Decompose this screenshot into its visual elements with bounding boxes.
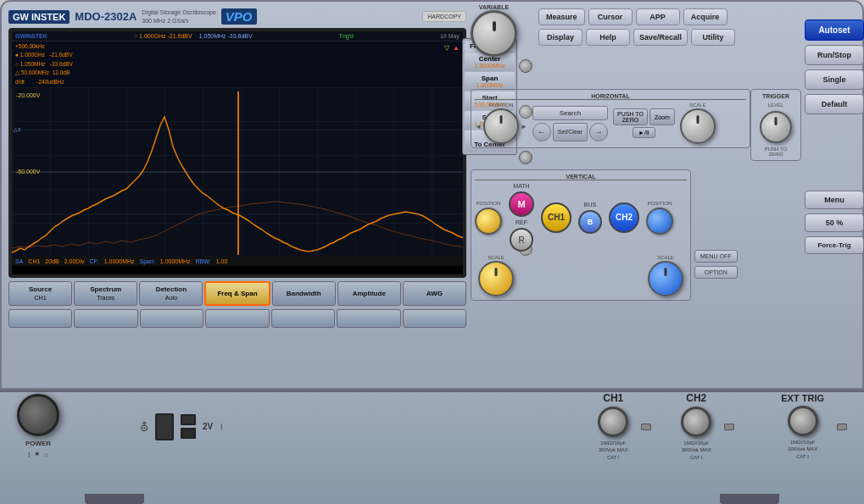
position-label: POSITION [489, 102, 514, 108]
math-button[interactable]: M [509, 191, 534, 217]
variable-section: VARIABLE [471, 4, 517, 57]
ground-terminal-ch2 [724, 424, 734, 430]
push-to-zero-left[interactable]: PUSH TOZERO [613, 108, 648, 125]
math-label: MATH [513, 183, 529, 189]
voltage-symbol: ⌇ [220, 423, 223, 431]
fn-btn-6[interactable] [337, 309, 400, 328]
save-recall-button[interactable]: Save/Recall [633, 29, 688, 46]
ext-ground [837, 424, 847, 430]
sd-port[interactable] [181, 414, 196, 425]
display-button[interactable]: Display [538, 29, 583, 46]
vertical-section: VERTICAL POSITION MATH M REF R CH1 [471, 169, 691, 301]
measurements-panel: +500.00kHz ● 1.000GHz -21.6dBV ○ 1.050MH… [15, 42, 73, 86]
default-button[interactable]: Default [805, 94, 864, 114]
fn-btn-4[interactable] [205, 309, 269, 328]
cursor-button[interactable]: Cursor [588, 8, 633, 25]
trigger-level-knob[interactable] [760, 111, 792, 143]
tab-detection[interactable]: Detection Auto [139, 281, 203, 306]
v-scale-knob-left[interactable] [478, 261, 514, 296]
app-button[interactable]: APP [636, 8, 680, 25]
hardcopy-button[interactable]: HARDCOPY [422, 11, 466, 22]
v-position-knob-right[interactable] [646, 208, 673, 235]
set-clear-button[interactable]: Set/Clear [553, 123, 588, 141]
bus-button[interactable]: B [578, 210, 602, 234]
trigger-level-label: LEVEL [768, 102, 784, 108]
horizontal-section: HORIZONTAL POSITION ◄ ► Search ← Set/Cle… [471, 89, 750, 148]
model-name: MDO-2302A [75, 10, 137, 23]
play-pause-button[interactable]: ►/II [633, 127, 655, 138]
tab-source[interactable]: Source CH1 [8, 281, 72, 306]
tab-bandwidth[interactable]: Bandwidth [272, 281, 336, 306]
autoset-button[interactable]: Autoset [805, 19, 864, 41]
fn-btn-7[interactable] [403, 309, 466, 328]
v-position-label-left: POSITION [477, 201, 501, 206]
fn-btn-2[interactable] [74, 309, 137, 328]
tab-freq-span[interactable]: Freq & Span [204, 281, 270, 306]
menu-option-area: MENU OFF OPTION [694, 250, 738, 279]
force-trig-button[interactable]: Force-Trig [805, 236, 864, 254]
usb-port-a[interactable] [155, 413, 174, 440]
help-button[interactable]: Help [586, 29, 630, 46]
ch1-ground [641, 424, 651, 430]
select-button[interactable]: Search [532, 106, 608, 120]
trigger-menu-button[interactable]: Menu [805, 191, 864, 209]
run-stop-button[interactable]: Run/Stop [805, 45, 864, 65]
brand-logo: GW INSTEK [8, 10, 70, 24]
voltage-label: 2V [203, 422, 213, 431]
ch2-spec: 1MΩ//16pF 300Vpk MAX CAT I [682, 440, 711, 461]
ch1-label: CH1 [603, 392, 623, 404]
usb-section: ⛢ 2V ⌇ [140, 413, 223, 440]
menu-off-button[interactable]: MENU OFF [694, 250, 738, 263]
v-position-knob-left[interactable] [475, 208, 502, 235]
zoom-button[interactable]: Zoom [649, 108, 675, 125]
position-knob[interactable] [483, 108, 519, 144]
screen-date: 16 May [440, 33, 460, 39]
fifty-percent-button[interactable]: 50 % [805, 213, 864, 232]
svg-text:△2: △2 [14, 127, 21, 132]
trigger-buttons: Menu 50 % Force-Trig [805, 191, 864, 254]
mini-usb-port[interactable] [181, 428, 196, 439]
option-button[interactable]: OPTION [694, 266, 738, 279]
foot-left [85, 494, 144, 504]
svg-text:-20.000V: -20.000V [16, 92, 41, 98]
status-db: 20dB [45, 258, 59, 264]
ref-button[interactable]: R [510, 228, 533, 252]
ext-trig-spec: 1MΩ//16pF 300Vpk MAX CAT I [788, 439, 817, 460]
v-scale-knob-right[interactable] [648, 261, 683, 296]
fn-btn-3[interactable] [140, 309, 203, 328]
status-span: 1.0000MHz [160, 258, 191, 264]
oscilloscope-body: GW INSTEK MDO-2302A Digital Storage Osci… [0, 0, 864, 504]
variable-knob[interactable] [471, 10, 517, 57]
tab-spectrum[interactable]: Spectrum Traces [74, 281, 137, 306]
measure-button[interactable]: Measure [538, 8, 585, 25]
usb-icon: ⛢ [140, 420, 148, 434]
nav-right-button[interactable]: → [589, 123, 608, 141]
feet-row [85, 494, 779, 504]
vpo-logo: VPO [221, 8, 257, 25]
ch2-bnc[interactable] [681, 407, 711, 437]
ch1-spec: 1MΩ//16pF 300Vpk MAX CAT I [599, 440, 628, 461]
ch1-button[interactable]: CH1 [541, 202, 571, 233]
ch2-connector: CH2 1MΩ//16pF 300Vpk MAX CAT I [681, 392, 711, 461]
acquire-button[interactable]: Acquire [683, 8, 727, 25]
nav-left-button[interactable]: ← [532, 123, 551, 141]
screen-area: GW INSTEK MDO-2302A Digital Storage Osci… [8, 8, 466, 305]
status-rbw: 1.00 [216, 258, 228, 264]
single-button[interactable]: Single [805, 69, 864, 90]
scale-knob[interactable] [680, 108, 716, 144]
ext-trig-bnc[interactable] [788, 406, 818, 436]
ch2-label: CH2 [686, 392, 706, 404]
utility-button[interactable]: Utility [691, 29, 735, 46]
ch1-bnc[interactable] [598, 407, 628, 437]
screen-brand: GWINSTEK [15, 33, 47, 39]
power-button[interactable] [17, 394, 59, 436]
fn-btn-5[interactable] [271, 309, 335, 328]
waveform-svg: -20.000V -60.000V △2 [12, 87, 463, 257]
ch2-button[interactable]: CH2 [609, 202, 639, 233]
svg-text:-60.000V: -60.000V [16, 169, 41, 174]
fn-btn-1[interactable] [8, 309, 72, 328]
power-indicators: I ■ ○ [28, 451, 48, 459]
tab-awg[interactable]: AWG [403, 281, 466, 306]
power-section: POWER I ■ ○ [17, 394, 59, 459]
tab-amplitude[interactable]: Amplitude [337, 281, 401, 306]
